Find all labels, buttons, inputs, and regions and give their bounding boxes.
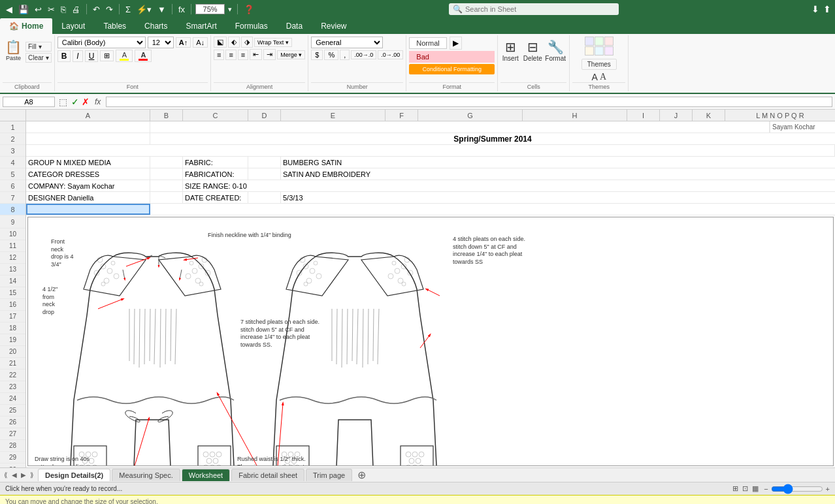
sheet-tab-measuring[interactable]: Measuring Spec.	[112, 469, 180, 481]
cell-a8-selected[interactable]	[26, 204, 150, 215]
sheet-tab-trim[interactable]: Trim page	[306, 469, 352, 481]
col-header-i[interactable]: I	[627, 110, 660, 121]
undo2-button[interactable]: ↶	[91, 4, 102, 15]
tab-scroll-left[interactable]: ◀	[10, 471, 18, 479]
cell-a1[interactable]	[26, 121, 150, 133]
cell-a3[interactable]	[26, 145, 835, 156]
row-header-5[interactable]: 5	[0, 168, 25, 180]
cell-a7[interactable]: DESIGNER Daniella	[26, 192, 150, 203]
cross-button[interactable]: ✗	[82, 97, 90, 107]
tab-charts[interactable]: Charts	[135, 18, 176, 34]
cell-e7[interactable]: 5/3/13	[281, 192, 835, 203]
copy-button[interactable]: ⎘	[59, 4, 68, 15]
zoom-slider[interactable]	[771, 486, 823, 492]
checkmark-button[interactable]: ✓	[71, 97, 79, 107]
tab-review[interactable]: Review	[312, 18, 355, 34]
tab-data[interactable]: Data	[277, 18, 312, 34]
cell-d7[interactable]	[248, 192, 281, 203]
row-header-4[interactable]: 4	[0, 157, 25, 168]
col-header-f[interactable]: F	[385, 110, 418, 121]
cell-e5[interactable]: SATIN AND EMBROIDERY	[281, 168, 835, 180]
normal-view-button[interactable]: ⊞	[732, 484, 738, 493]
align-right-top[interactable]: ⬗	[241, 37, 253, 48]
paste-button[interactable]: 📋 Paste	[3, 39, 24, 61]
cell-b7[interactable]	[150, 192, 183, 203]
expand-button[interactable]: ⬆	[823, 4, 831, 14]
cell-b4[interactable]	[150, 157, 183, 168]
col-header-c[interactable]: C	[183, 110, 248, 121]
delete-button[interactable]: ⊟ Delete	[523, 39, 542, 62]
conditional-formatting-button[interactable]: Conditional Formatting	[409, 64, 495, 74]
cell-a4[interactable]: GROUP N MIXED MEDIA	[26, 157, 150, 168]
cell-c5[interactable]: FABRICATION:	[183, 168, 248, 180]
merge-button[interactable]: Merge ▾	[277, 50, 305, 59]
back-button[interactable]: ◀	[4, 4, 14, 15]
row-header-1[interactable]: 1	[0, 121, 25, 133]
tab-formulas[interactable]: Formulas	[226, 18, 277, 34]
cell-a5[interactable]: CATEGOR DRESSES	[26, 168, 150, 180]
increase-decimal[interactable]: .0→.00	[378, 50, 403, 59]
themes-button[interactable]: Themes	[581, 59, 617, 70]
col-header-rest[interactable]: L M N O P Q R	[725, 110, 835, 121]
font-shrink-button[interactable]: A↓	[193, 37, 208, 48]
tab-tables[interactable]: Tables	[94, 18, 135, 34]
tab-scroll-right-right[interactable]: ⟫	[29, 471, 35, 479]
col-header-j[interactable]: J	[660, 110, 693, 121]
tab-home[interactable]: 🏠 Home	[0, 18, 52, 34]
number-format-select[interactable]: General	[311, 37, 383, 48]
page-break-button[interactable]: ▦	[752, 484, 759, 493]
cell-title[interactable]: Spring/Summer 2014	[150, 133, 835, 144]
decrease-decimal[interactable]: .00→.0	[351, 50, 376, 59]
italic-button[interactable]: I	[73, 50, 82, 62]
insert-button[interactable]: ⊞ Insert	[500, 39, 520, 62]
add-sheet-button[interactable]: ⊕	[353, 470, 370, 480]
format-cells-button[interactable]: 🔧 Format	[545, 39, 566, 62]
sheet-tab-design[interactable]: Design Details(2)	[38, 469, 110, 481]
cell-name-box[interactable]	[3, 97, 55, 107]
percent-button[interactable]: %	[324, 50, 338, 60]
zoom-out-button[interactable]: −	[764, 485, 768, 493]
formula-input[interactable]	[106, 97, 832, 107]
cell-b8-rest[interactable]	[150, 204, 835, 215]
formula-expand-button[interactable]: ⬚	[57, 97, 69, 107]
col-header-b[interactable]: B	[150, 110, 183, 121]
fill-color-button[interactable]: A	[116, 50, 133, 62]
zoom-dropdown[interactable]: ▾	[227, 5, 233, 14]
bold-button[interactable]: B	[57, 50, 71, 62]
function-button[interactable]: fx	[176, 4, 187, 15]
col-header-g[interactable]: G	[418, 110, 523, 121]
print-button[interactable]: 🖨	[70, 4, 82, 15]
comma-button[interactable]: ,	[340, 50, 350, 60]
cell-b6[interactable]	[150, 180, 183, 191]
search-input[interactable]	[465, 5, 602, 13]
sum-button[interactable]: Σ	[123, 4, 133, 15]
font-grow-button[interactable]: A↑	[176, 37, 191, 48]
cell-c7[interactable]: DATE CREATED:	[183, 192, 248, 203]
collapse-button[interactable]: ⬇	[811, 4, 819, 14]
align-right[interactable]: ≡	[238, 50, 248, 60]
col-header-e[interactable]: E	[281, 110, 385, 121]
cell-b1-rest[interactable]	[150, 121, 770, 133]
wrap-text-button[interactable]: Wrap Text ▾	[254, 38, 292, 47]
underline-button[interactable]: U	[85, 50, 99, 62]
row-header-3[interactable]: 3	[0, 145, 25, 157]
font-size-select[interactable]: 12	[148, 37, 174, 48]
align-center[interactable]: ≡	[225, 50, 236, 60]
decrease-indent[interactable]: ⇤	[250, 49, 262, 60]
font-family-select[interactable]: Calibri (Body)	[57, 37, 146, 48]
cell-d5[interactable]	[248, 168, 281, 180]
row-header-8[interactable]: 8	[0, 204, 25, 215]
drawing-area[interactable]: Front neck drop is 4 3/4" 4 1/2" from ne…	[27, 217, 834, 466]
cell-d4[interactable]	[248, 157, 281, 168]
help-button[interactable]: ❓	[242, 4, 256, 15]
cell-c4[interactable]: FABRIC:	[183, 157, 248, 168]
col-header-k[interactable]: K	[693, 110, 725, 121]
tab-scroll-right[interactable]: ▶	[20, 471, 27, 479]
autosum-dropdown[interactable]: ⚡▾	[135, 4, 154, 15]
redo-button[interactable]: ↷	[104, 4, 115, 15]
sheet-tab-worksheet[interactable]: Worksheet	[182, 469, 230, 481]
zoom-in-button[interactable]: +	[826, 485, 830, 493]
align-left-top[interactable]: ⬕	[214, 37, 227, 48]
format-play-button[interactable]: ▶	[450, 37, 462, 50]
tab-smartart[interactable]: SmartArt	[176, 18, 225, 34]
